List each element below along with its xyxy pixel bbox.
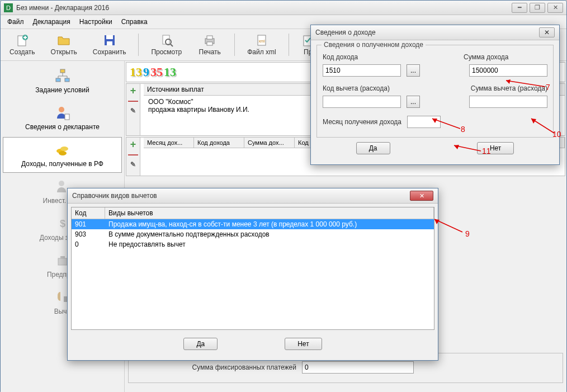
- deduct-code-input[interactable]: [323, 96, 401, 108]
- deduct-sum-input[interactable]: [469, 96, 547, 108]
- menu-settings[interactable]: Настройки: [75, 16, 117, 27]
- deduct-sum-label: Сумма вычета (расхода): [471, 84, 547, 92]
- maximize-button[interactable]: ❐: [530, 3, 545, 13]
- toolbar-view[interactable]: Просмотр: [147, 31, 186, 58]
- toolbar-open[interactable]: Открыть: [46, 31, 82, 58]
- advance-label: Сумма фиксированных платежей: [134, 363, 296, 371]
- reference-list[interactable]: Код Виды вычетов 901 Продажа имущ-ва, на…: [71, 207, 434, 330]
- svg-rect-27: [60, 256, 65, 258]
- declarant-icon: [55, 105, 70, 121]
- svg-rect-20: [65, 114, 69, 120]
- svg-point-23: [59, 151, 67, 155]
- add-income-button[interactable]: +: [129, 140, 138, 148]
- toolbar-print[interactable]: Печать: [193, 31, 226, 58]
- svg-rect-18: [65, 78, 69, 82]
- open-icon: [57, 34, 70, 47]
- income-code-input[interactable]: [323, 64, 401, 77]
- sources-header: Источники выплат: [147, 86, 204, 93]
- income-rf-icon: [55, 142, 70, 158]
- sidebar-income-rf[interactable]: Доходы, полученные в РФ: [3, 137, 122, 173]
- reference-row[interactable]: 0 Не предоставлять вычет: [72, 239, 434, 249]
- close-button[interactable]: ✕: [547, 3, 563, 13]
- titlebar: D Без имени - Декларация 2016 ━ ❐ ✕: [1, 1, 566, 15]
- conditions-icon: [55, 68, 70, 84]
- save-icon: [103, 34, 116, 47]
- svg-point-22: [60, 147, 68, 151]
- svg-rect-6: [107, 41, 112, 45]
- reference-dialog-close[interactable]: ✕: [410, 191, 433, 201]
- reference-ok-button[interactable]: Да: [183, 338, 218, 350]
- app-icon: D: [4, 3, 13, 12]
- svg-rect-12: [207, 42, 212, 45]
- income-dialog-close[interactable]: ✕: [539, 27, 555, 37]
- menu-declaration[interactable]: Декларация: [29, 16, 75, 27]
- reference-cancel-button[interactable]: Нет: [285, 338, 322, 350]
- income-ok-button[interactable]: Да: [356, 142, 390, 154]
- svg-rect-11: [207, 36, 212, 39]
- deduct-code-lookup[interactable]: ...: [407, 96, 420, 108]
- add-source-button[interactable]: +: [129, 87, 138, 95]
- menu-file[interactable]: Файл: [3, 16, 29, 27]
- svg-point-24: [59, 181, 64, 186]
- svg-rect-17: [56, 78, 60, 82]
- edit-income-button[interactable]: ✎: [129, 160, 138, 168]
- svg-text:xml: xml: [259, 39, 265, 43]
- remove-source-button[interactable]: —: [129, 97, 138, 105]
- view-icon: [160, 34, 173, 47]
- income-sum-input[interactable]: [469, 64, 547, 77]
- income-dialog-title: Сведения о доходе ✕: [311, 25, 559, 40]
- new-icon: [16, 34, 29, 47]
- income-cancel-button[interactable]: Нет: [477, 142, 514, 154]
- income-info-group: Сведения о полученном доходе Код дохода …: [316, 45, 554, 138]
- month-label: Месяц получения дохода: [323, 118, 401, 126]
- svg-line-9: [171, 44, 173, 46]
- svg-text:$: $: [59, 218, 65, 229]
- reference-row[interactable]: 901 Продажа имущ-ва, наход-ся в собст-ти…: [72, 219, 434, 229]
- reference-list-header: Код Виды вычетов: [72, 207, 434, 219]
- svg-text:D: D: [6, 4, 11, 11]
- reference-dialog-title: Справочник видов вычетов ✕: [68, 188, 438, 204]
- sidebar-declarant[interactable]: Сведения о декларанте: [3, 100, 122, 136]
- edit-source-button[interactable]: ✎: [129, 107, 138, 115]
- remove-income-button[interactable]: —: [129, 150, 138, 158]
- month-input[interactable]: [407, 116, 441, 128]
- income-code-lookup[interactable]: ...: [407, 64, 420, 77]
- svg-rect-16: [60, 69, 65, 73]
- income-code-label: Код дохода: [323, 53, 358, 61]
- sidebar-conditions[interactable]: Задание условий: [3, 63, 122, 99]
- toolbar-xml[interactable]: xml Файл xml: [243, 31, 281, 58]
- xml-icon: xml: [255, 34, 268, 47]
- income-sum-label: Сумма дохода: [464, 53, 547, 61]
- window-title: Без имени - Декларация 2016: [16, 4, 509, 12]
- deduct-code-label: Код вычета (расхода): [323, 84, 390, 92]
- menu-help[interactable]: Справка: [117, 16, 152, 27]
- toolbar-save[interactable]: Сохранить: [88, 31, 131, 58]
- svg-point-19: [59, 107, 64, 112]
- minimize-button[interactable]: ━: [512, 3, 527, 13]
- advance-value-input[interactable]: [302, 361, 414, 374]
- reference-dialog: Справочник видов вычетов ✕ Код Виды выче…: [67, 188, 438, 361]
- income-dialog: Сведения о доходе ✕ Сведения о полученно…: [310, 25, 560, 165]
- reference-row[interactable]: 903 В сумме документально подтвержденных…: [72, 229, 434, 239]
- toolbar-create[interactable]: Создать: [5, 31, 40, 58]
- svg-rect-26: [58, 258, 67, 265]
- print-icon: [203, 34, 216, 47]
- svg-rect-5: [106, 35, 113, 39]
